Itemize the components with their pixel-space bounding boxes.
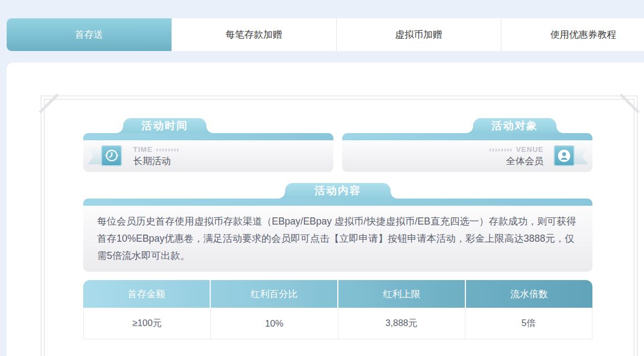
activity-target-panel: 活动对象 ››››››››VENUE 全体会员 — [342, 133, 592, 172]
activity-content-strip — [83, 199, 592, 206]
chevrons-right: ›››››››› — [489, 145, 513, 154]
header-bonus-percentage: 红利百分比 — [210, 280, 337, 308]
tab-crypto-bonus[interactable]: 虚拟币加赠 — [336, 18, 501, 51]
user-icon-badge — [552, 145, 582, 167]
clock-icon — [101, 145, 122, 166]
venue-value: 全体会员 — [506, 155, 544, 167]
activity-content-panel: 活动内容 每位会员历史首存使用虚拟币存款渠道（EBpay/EBpay 虚拟币/快… — [83, 199, 592, 272]
tab-first-deposit[interactable]: 首存送 — [7, 18, 171, 51]
time-label: TIME‹‹‹‹‹‹‹‹ — [133, 145, 180, 154]
promo-page: { "tabs": [ {"label": "首存送", "active": t… — [0, 0, 644, 356]
header-bonus-cap: 红利上限 — [337, 280, 465, 308]
activity-content-badge: 活动内容 — [285, 183, 391, 199]
chevrons-left: ‹‹‹‹‹‹‹‹ — [156, 145, 180, 154]
cell-bonus-cap: 3,888元 — [338, 308, 465, 339]
header-turnover-multiple: 流水倍数 — [465, 280, 592, 308]
activity-time-panel: 活动时间 — [83, 133, 333, 172]
user-icon — [554, 145, 575, 166]
cell-turnover-multiple: 5倍 — [465, 308, 592, 339]
activity-target-strip — [342, 133, 592, 140]
activity-description: 每位会员历史首存使用虚拟币存款渠道（EBpay/EBpay 虚拟币/快捷虚拟币/… — [83, 206, 592, 272]
header-first-deposit-amount: 首存金额 — [83, 280, 210, 308]
venue-label: ››››››››VENUE — [489, 145, 544, 154]
activity-target-badge: 活动对象 — [473, 118, 556, 133]
table-row: ≥100元 10% 3,888元 5倍 — [83, 308, 592, 339]
activity-info-row: 活动时间 — [83, 133, 592, 172]
tab-coupon-tutorial[interactable]: 使用优惠券教程 — [501, 18, 644, 51]
bonus-table-header: 首存金额 红利百分比 红利上限 流水倍数 — [83, 280, 592, 308]
tab-every-deposit-bonus[interactable]: 每笔存款加赠 — [171, 18, 336, 51]
bonus-table: 首存金额 红利百分比 红利上限 流水倍数 ≥100元 10% 3,888元 5倍 — [83, 280, 592, 339]
frame-corner-topleft — [39, 93, 59, 113]
activity-time-badge: 活动时间 — [123, 118, 206, 133]
time-value: 长期活动 — [133, 155, 180, 167]
cell-bonus-percentage: 10% — [210, 308, 337, 339]
clock-icon-badge — [93, 145, 123, 167]
cell-first-deposit-amount: ≥100元 — [84, 308, 210, 339]
frame-corner-topright — [620, 93, 640, 113]
promo-tab-bar: 首存送 每笔存款加赠 虚拟币加赠 使用优惠券教程 — [7, 18, 644, 51]
activity-time-strip — [83, 133, 333, 140]
promo-card: 活动时间 — [7, 63, 644, 356]
